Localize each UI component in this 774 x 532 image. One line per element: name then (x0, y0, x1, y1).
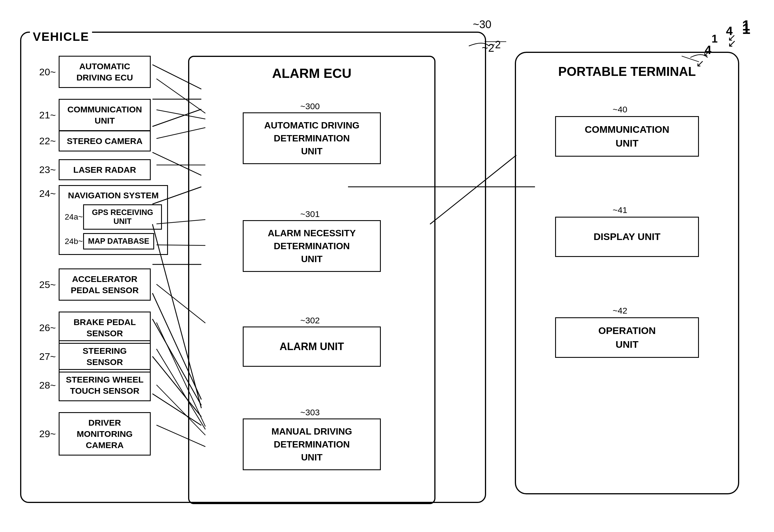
terminal-label: PORTABLE TERMINAL (558, 64, 696, 79)
comp-21-box: COMMUNICATION UNIT (59, 99, 151, 131)
alarm-ecu-box: ALARM ECU ~300 AUTOMATIC DRIVINGDETERMIN… (188, 56, 436, 504)
terminal-ref-4-num: 4 (726, 24, 733, 38)
ref-24: 24~ (39, 188, 56, 199)
portable-terminal-box: PORTABLE TERMINAL 1 ↙ ~40 COMMUNICATIONU… (515, 52, 739, 494)
sub-300-box: AUTOMATIC DRIVINGDETERMINATIONUNIT (243, 112, 381, 164)
comp-23-row: 23~ LASER RADAR (39, 159, 151, 180)
nav-system-label: NAVIGATION SYSTEM (65, 191, 162, 200)
ref-27: 27~ (39, 351, 56, 362)
ref-300-label: ~300 AUTOMATIC DRIVINGDETERMINATIONUNIT (243, 101, 381, 164)
ref-4-outside: 4 (705, 43, 711, 57)
ref-25: 25~ (39, 279, 56, 290)
ref-23: 23~ (39, 164, 56, 175)
comp-21-row: 21~ COMMUNICATION UNIT (39, 99, 151, 131)
map-box: MAP DATABASE (83, 233, 154, 249)
ref-24b: 24b~ (65, 237, 81, 246)
ref-20: 20~ (39, 66, 56, 78)
comp-22-row: 22~ STEREO CAMERA (39, 130, 151, 151)
ref-24a: 24a~ (65, 212, 81, 222)
comp-27-box: STEERING SENSOR (59, 340, 151, 372)
map-row: 24b~ MAP DATABASE (65, 233, 162, 249)
sub-301-box: ALARM NECESSITYDETERMINATIONUNIT (243, 220, 381, 272)
ref-2: ~30 (473, 18, 491, 31)
ref-1-arrow: ↙ (728, 37, 736, 49)
ref-4: 1 (712, 33, 718, 45)
comp-26-box: BRAKE PEDAL SENSOR (59, 312, 151, 344)
ref-21: 21~ (39, 110, 56, 121)
ref-40-group: ~40 COMMUNICATIONUNIT (555, 105, 699, 157)
comp-25-box: ACCELERATORPEDAL SENSOR (59, 268, 151, 301)
nav-system-outer: NAVIGATION SYSTEM 24a~ GPS RECEIVING UNI… (59, 185, 168, 255)
gps-row: 24a~ GPS RECEIVING UNIT (65, 204, 162, 230)
comp-28-box: STEERING WHEELTOUCH SENSOR (59, 369, 151, 401)
ref-303-label: ~303 MANUAL DRIVINGDETERMINATIONUNIT (243, 408, 381, 470)
ref-2-outside: ~2 (489, 39, 501, 51)
comp-25-row: 25~ ACCELERATORPEDAL SENSOR (39, 268, 151, 301)
comp-20-row: 20~ AUTOMATICDRIVING ECU (39, 56, 151, 88)
ref-301-label: ~301 ALARM NECESSITYDETERMINATIONUNIT (243, 209, 381, 272)
comp-28-row: 28~ STEERING WHEELTOUCH SENSOR (39, 369, 151, 401)
sub-303-box: MANUAL DRIVINGDETERMINATIONUNIT (243, 418, 381, 470)
sub-302-box: ALARM UNIT (243, 327, 381, 367)
ref-28: 28~ (39, 380, 56, 391)
vehicle-box: VEHICLE ~30 20~ AUTOMATICDRIVING ECU 21~… (20, 32, 486, 503)
sub-40-box: COMMUNICATIONUNIT (555, 116, 699, 157)
ref-41-group: ~41 DISPLAY UNIT (555, 205, 699, 257)
sub-42-box: OPERATIONUNIT (555, 317, 699, 358)
comp-29-box: DRIVER MONITORINGCAMERA (59, 412, 151, 456)
ref-4-tilde: ↙ (696, 57, 704, 69)
ref-1-main: 1 (742, 20, 750, 37)
ref-22: 22~ (39, 135, 56, 147)
vehicle-label: VEHICLE (30, 30, 92, 44)
comp-26-row: 26~ BRAKE PEDAL SENSOR (39, 312, 151, 344)
comp-22-box: STEREO CAMERA (59, 130, 151, 151)
comp-20-box: AUTOMATICDRIVING ECU (59, 56, 151, 88)
ref-302-label: ~302 ALARM UNIT (243, 316, 381, 367)
comp-23-box: LASER RADAR (59, 159, 151, 180)
ref-29: 29~ (39, 428, 56, 439)
comp-27-row: 27~ STEERING SENSOR (39, 340, 151, 372)
gps-box: GPS RECEIVING UNIT (83, 204, 162, 230)
sub-41-box: DISPLAY UNIT (555, 217, 699, 257)
comp-29-row: 29~ DRIVER MONITORINGCAMERA (39, 412, 151, 456)
nav-system-group: 24~ NAVIGATION SYSTEM 24a~ GPS RECEIVING… (39, 185, 168, 255)
alarm-ecu-label: ALARM ECU (272, 66, 351, 81)
ref-26: 26~ (39, 322, 56, 333)
ref-42-group: ~42 OPERATIONUNIT (555, 306, 699, 358)
